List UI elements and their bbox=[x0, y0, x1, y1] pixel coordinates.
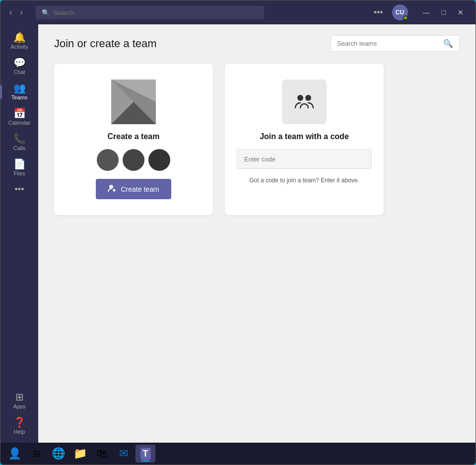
close-button[interactable]: ✕ bbox=[452, 6, 470, 18]
teams-icon: 👥 bbox=[13, 83, 26, 93]
person-circle-2 bbox=[123, 149, 144, 171]
taskbar-user[interactable]: 👤 bbox=[4, 445, 24, 463]
person-circle-1 bbox=[97, 149, 119, 171]
person-circle-3 bbox=[148, 149, 170, 171]
join-hint: Got a code to join a team? Enter it abov… bbox=[249, 177, 359, 184]
sidebar-item-activity[interactable]: 🔔 Activity bbox=[0, 28, 38, 54]
taskbar-mail[interactable]: ✉ bbox=[114, 445, 134, 463]
taskbar-user-icon: 👤 bbox=[8, 447, 21, 460]
main-header: Join or create a team 🔍 bbox=[38, 24, 476, 60]
taskbar-taskview-icon: ⊞ bbox=[33, 448, 40, 459]
svg-point-7 bbox=[297, 95, 303, 101]
join-team-title: Join a team with a code bbox=[260, 132, 349, 141]
sidebar-item-help[interactable]: ❓ Help bbox=[0, 413, 38, 439]
titlebar-right: ••• CU — □ ✕ bbox=[370, 4, 470, 20]
chat-icon: 💬 bbox=[13, 58, 26, 68]
sidebar-item-teams[interactable]: 👥 Teams bbox=[0, 79, 38, 104]
taskbar-teams-icon: T bbox=[140, 448, 151, 460]
global-search[interactable]: 🔍 bbox=[36, 6, 264, 19]
page-title: Join or create a team bbox=[54, 37, 157, 50]
calendar-label: Calendar bbox=[8, 120, 31, 126]
sidebar: 🔔 Activity 💬 Chat 👥 Teams 📅 Calendar 📞 C… bbox=[0, 24, 38, 443]
sidebar-item-calls[interactable]: 📞 Calls bbox=[0, 130, 38, 155]
join-icon-svg bbox=[292, 90, 316, 114]
apps-label: Apps bbox=[13, 403, 25, 409]
taskbar-store[interactable]: 🛍 bbox=[92, 445, 112, 463]
forward-button[interactable]: › bbox=[17, 6, 25, 19]
more-button[interactable]: ••• bbox=[370, 5, 387, 20]
svg-point-4 bbox=[109, 185, 113, 189]
sidebar-item-chat[interactable]: 💬 Chat bbox=[0, 54, 38, 79]
taskbar-mail-icon: ✉ bbox=[119, 447, 128, 460]
titlebar: ‹ › 🔍 ••• CU — □ ✕ bbox=[0, 0, 476, 24]
taskbar-folder[interactable]: 📁 bbox=[70, 445, 90, 463]
taskbar-edge-icon: 🌐 bbox=[52, 447, 65, 460]
app-body: 🔔 Activity 💬 Chat 👥 Teams 📅 Calendar 📞 C… bbox=[0, 24, 476, 443]
create-team-card: Create a team bbox=[54, 64, 213, 215]
nav-buttons: ‹ › bbox=[6, 6, 26, 19]
files-label: Files bbox=[13, 170, 25, 176]
create-team-button[interactable]: Create team bbox=[96, 179, 171, 199]
avatar[interactable]: CU bbox=[392, 4, 408, 20]
search-teams-input[interactable] bbox=[337, 40, 439, 47]
online-status bbox=[403, 15, 408, 20]
chat-label: Chat bbox=[13, 69, 25, 75]
search-teams-icon: 🔍 bbox=[443, 39, 453, 48]
sidebar-item-files[interactable]: 📄 Files bbox=[0, 155, 38, 180]
search-teams-box[interactable]: 🔍 bbox=[331, 35, 460, 52]
sidebar-item-calendar[interactable]: 📅 Calendar bbox=[0, 104, 38, 130]
files-icon: 📄 bbox=[13, 159, 26, 169]
window-controls: — □ ✕ bbox=[417, 6, 470, 18]
taskbar-teams[interactable]: T bbox=[136, 445, 155, 463]
search-icon: 🔍 bbox=[42, 9, 50, 16]
avatar-initials: CU bbox=[396, 9, 404, 16]
calendar-icon: 📅 bbox=[13, 108, 26, 118]
sidebar-item-apps[interactable]: ⊞ Apps bbox=[0, 388, 38, 413]
calls-icon: 📞 bbox=[13, 134, 26, 144]
calls-label: Calls bbox=[13, 145, 25, 151]
help-icon: ❓ bbox=[13, 417, 26, 427]
app-window: ‹ › 🔍 ••• CU — □ ✕ 🔔 Activity bbox=[0, 0, 476, 465]
taskbar-folder-icon: 📁 bbox=[73, 447, 87, 460]
apps-icon: ⊞ bbox=[15, 392, 24, 402]
create-team-title: Create a team bbox=[108, 132, 160, 141]
join-team-icon bbox=[282, 79, 327, 124]
code-input[interactable] bbox=[244, 155, 364, 163]
sidebar-more[interactable]: ••• bbox=[15, 180, 24, 199]
taskbar-store-icon: 🛍 bbox=[96, 447, 107, 460]
join-team-card: Join a team with a code Got a code to jo… bbox=[225, 64, 384, 215]
create-team-graphic bbox=[111, 79, 156, 124]
main-content: Join or create a team 🔍 bbox=[38, 24, 476, 443]
back-button[interactable]: ‹ bbox=[6, 6, 15, 19]
create-team-svg-icon bbox=[111, 79, 156, 124]
activity-icon: 🔔 bbox=[13, 32, 26, 42]
search-input[interactable] bbox=[54, 9, 258, 16]
activity-label: Activity bbox=[11, 44, 28, 50]
help-label: Help bbox=[14, 429, 25, 435]
teams-label: Teams bbox=[11, 94, 27, 100]
taskbar-taskview[interactable]: ⊞ bbox=[26, 445, 46, 463]
minimize-button[interactable]: — bbox=[417, 6, 436, 18]
taskbar: 👤 ⊞ 🌐 📁 🛍 ✉ T bbox=[0, 443, 476, 465]
code-input-wrap[interactable] bbox=[237, 149, 372, 169]
people-circles bbox=[97, 149, 170, 171]
create-team-button-label: Create team bbox=[121, 185, 159, 193]
cards-area: Create a team bbox=[38, 60, 476, 231]
svg-point-8 bbox=[305, 95, 311, 101]
maximize-button[interactable]: □ bbox=[436, 6, 452, 18]
taskbar-edge[interactable]: 🌐 bbox=[48, 445, 68, 463]
create-team-button-icon bbox=[108, 184, 117, 194]
